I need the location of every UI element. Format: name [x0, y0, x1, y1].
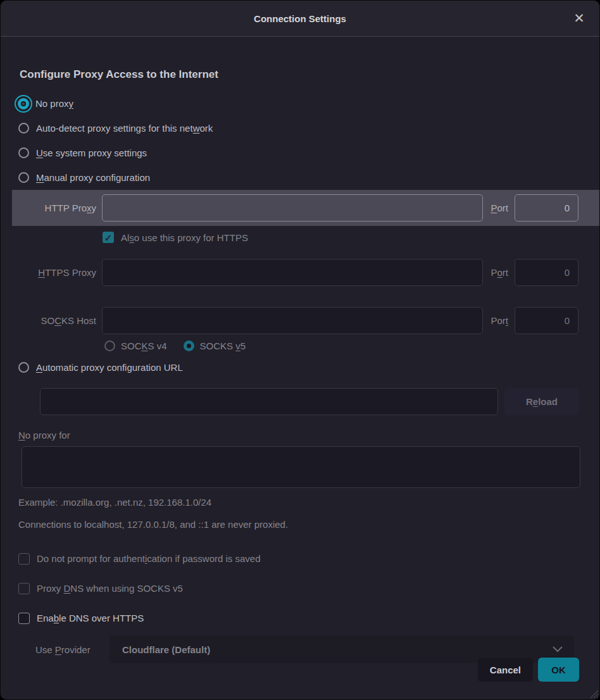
chevron-down-icon [553, 646, 563, 653]
https-port-input[interactable] [515, 259, 578, 286]
radio-system-proxy[interactable]: Use system proxy settings [18, 141, 599, 165]
provider-label: Use Provider [35, 644, 103, 655]
ok-button[interactable]: OK [538, 658, 579, 682]
radio-icon [18, 172, 29, 183]
checkbox-enable-doh[interactable]: Enable DNS over HTTPS [18, 603, 599, 633]
http-port-input[interactable] [515, 194, 578, 222]
radio-label: Use system proxy settings [36, 147, 147, 158]
resize-grip[interactable] [588, 688, 598, 698]
checkbox-label: Do not prompt for authentication if pass… [37, 553, 261, 564]
autoconfig-url-input[interactable] [40, 388, 498, 415]
socks-host-label: SOCKS Host [20, 315, 102, 326]
checkbox-label: Proxy DNS when using SOCKS v5 [37, 583, 183, 594]
radio-no-proxy[interactable]: No proxy [18, 91, 599, 116]
https-proxy-label: HTTPS Proxy [20, 267, 102, 278]
no-proxy-example-text: Example: .mozilla.org, .net.nz, 192.168.… [18, 497, 599, 508]
autoconfig-url-row: Reload [40, 388, 579, 415]
checkbox-icon [18, 613, 30, 624]
reload-button[interactable]: Reload [504, 388, 579, 415]
https-proxy-input[interactable] [102, 259, 483, 286]
radio-label: No proxy [35, 98, 73, 109]
checkbox-no-prompt-auth[interactable]: Do not prompt for authentication if pass… [18, 544, 599, 573]
no-proxy-for-textarea[interactable] [22, 446, 580, 488]
checkbox-share-proxy[interactable]: ✓ Also use this proxy for HTTPS [103, 226, 599, 249]
http-port-label: Port [491, 203, 508, 213]
radio-selected-icon [184, 341, 194, 351]
https-port-label: Port [491, 267, 508, 278]
radio-label: Auto-detect proxy settings for this netw… [36, 123, 213, 134]
checkbox-label: Also use this proxy for HTTPS [121, 232, 248, 243]
radio-label: SOCKS v5 [200, 341, 246, 351]
radio-socks-v5[interactable]: SOCKS v5 [184, 341, 246, 351]
radio-label: Manual proxy configuration [36, 172, 150, 183]
socks-host-row: SOCKS Host Port [20, 307, 578, 334]
socks-version-group: SOCKS v4 SOCKS v5 [104, 341, 599, 351]
https-proxy-row: HTTPS Proxy Port [20, 259, 578, 286]
checkbox-icon [18, 583, 30, 594]
footer-buttons: Cancel OK [478, 658, 579, 682]
radio-icon [18, 362, 29, 373]
cancel-button[interactable]: Cancel [478, 658, 533, 682]
radio-selected-icon [18, 98, 29, 109]
radio-autoconfig-url[interactable]: Automatic proxy configuration URL [18, 355, 599, 380]
radio-socks-v4[interactable]: SOCKS v4 [104, 341, 167, 351]
close-icon[interactable]: ✕ [570, 9, 588, 27]
checkbox-checked-icon: ✓ [103, 232, 114, 243]
titlebar: Connection Settings ✕ [1, 1, 599, 37]
socks-host-input[interactable] [102, 307, 483, 334]
radio-label: SOCKS v4 [121, 341, 167, 351]
checkbox-proxy-dns-socks5[interactable]: Proxy DNS when using SOCKS v5 [18, 573, 599, 603]
radio-manual-proxy[interactable]: Manual proxy configuration [18, 165, 599, 190]
radio-icon [18, 123, 29, 134]
radio-label: Automatic proxy configuration URL [36, 362, 183, 373]
no-proxy-note-text: Connections to localhost, 127.0.0.1/8, a… [18, 519, 599, 530]
provider-selected-value: Cloudflare (Default) [122, 644, 553, 655]
radio-auto-detect[interactable]: Auto-detect proxy settings for this netw… [18, 116, 599, 141]
radio-focus-ring [15, 95, 32, 113]
radio-icon [104, 341, 115, 351]
http-proxy-input[interactable] [102, 194, 483, 222]
http-proxy-row: HTTP Proxy Port [12, 190, 599, 226]
socks-port-label: Port [491, 315, 508, 326]
connection-settings-dialog: Connection Settings ✕ Configure Proxy Ac… [0, 0, 600, 700]
socks-port-input[interactable] [515, 307, 578, 334]
dialog-title: Connection Settings [254, 13, 346, 24]
page-title: Configure Proxy Access to the Internet [20, 68, 580, 81]
no-proxy-for-label: No proxy for [18, 430, 599, 441]
checkbox-label: Enable DNS over HTTPS [37, 613, 144, 623]
checkbox-icon [18, 553, 30, 565]
http-proxy-label: HTTP Proxy [20, 203, 102, 213]
radio-icon [18, 147, 29, 158]
